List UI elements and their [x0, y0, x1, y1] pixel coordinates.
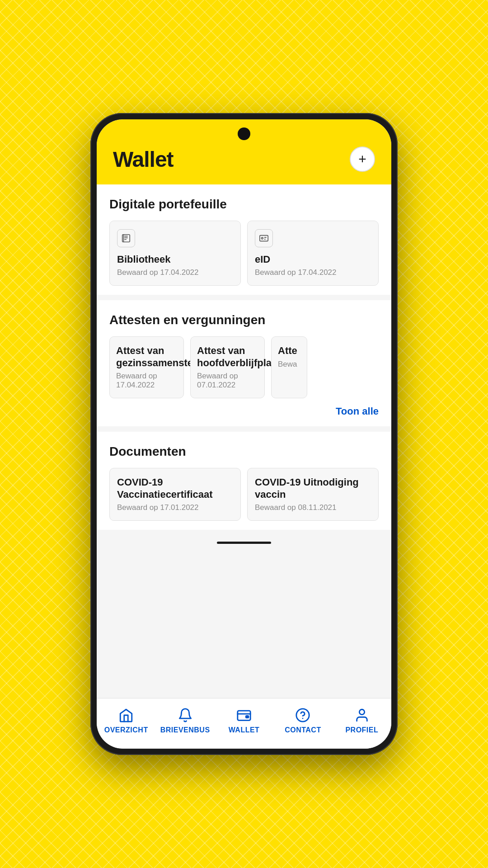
- camera-notch: [238, 127, 250, 140]
- wallet-icon: [235, 707, 253, 724]
- nav-item-wallet[interactable]: WALLET: [215, 703, 273, 738]
- card-subtitle-bibliotheek: Bewaard op 17.04.2022: [117, 268, 233, 277]
- nav-item-overzicht[interactable]: OVERZICHT: [97, 703, 155, 738]
- person-icon: [353, 707, 371, 724]
- toon-alle-row: Toon alle: [109, 406, 379, 417]
- card-title-verblijf: Attest van hoofdverblijfplaats: [197, 345, 258, 369]
- card-row-digitale: Bibliotheek Bewaard op 17.04.2022 eID: [109, 221, 379, 286]
- section-documenten: Documenten COVID-19 Vaccinatiecertificaa…: [97, 432, 391, 530]
- section-title-attesten: Attesten en vergunningen: [109, 313, 379, 327]
- nav-item-brievenbus[interactable]: BRIEVENBUS: [155, 703, 214, 738]
- card-subtitle-covid-vaccin: Bewaard op 17.01.2022: [117, 503, 233, 512]
- nav-label-brievenbus: BRIEVENBUS: [160, 726, 210, 734]
- book-icon: [117, 229, 135, 247]
- section-title-documenten: Documenten: [109, 444, 379, 459]
- section-digitale-portefeuille: Digitale portefeuille Bibliotheek Bewaar…: [97, 184, 391, 295]
- card-subtitle-partial: Bewa: [278, 360, 300, 369]
- section-attesten: Attesten en vergunningen Attest van gezi…: [97, 300, 391, 426]
- phone-screen: Wallet + Digitale portefeuille: [97, 119, 391, 749]
- scroll-area[interactable]: Digitale portefeuille Bibliotheek Bewaar…: [97, 184, 391, 698]
- svg-rect-4: [246, 716, 249, 717]
- card-bibliotheek[interactable]: Bibliotheek Bewaard op 17.04.2022: [109, 221, 241, 286]
- nav-label-profiel: PROFIEL: [345, 726, 378, 734]
- card-subtitle-covid-uitnodiging: Bewaard op 08.11.2021: [255, 503, 371, 512]
- nav-item-contact[interactable]: CONTACT: [273, 703, 332, 738]
- nav-label-overzicht: OVERZICHT: [104, 726, 148, 734]
- card-title-eid: eID: [255, 254, 371, 265]
- bottom-nav: OVERZICHT BRIEVENBUS: [97, 698, 391, 749]
- card-row-attesten: Attest van gezinssamenstelling Bewaard o…: [109, 336, 379, 398]
- scroll-indicator: [97, 535, 391, 547]
- card-title-covid-uitnodiging: COVID-19 Uitnodiging vaccin: [255, 476, 371, 500]
- card-covid-uitnodiging[interactable]: COVID-19 Uitnodiging vaccin Bewaard op 0…: [247, 468, 379, 521]
- nav-item-profiel[interactable]: PROFIEL: [333, 703, 391, 738]
- card-title-gezin: Attest van gezinssamenstelling: [116, 345, 177, 369]
- phone-shell: Wallet + Digitale portefeuille: [90, 113, 398, 755]
- help-circle-icon: [294, 707, 311, 724]
- id-card-icon: [255, 229, 273, 247]
- section-title-digitale: Digitale portefeuille: [109, 197, 379, 212]
- card-attest-partial[interactable]: Atte Bewa: [271, 336, 307, 398]
- nav-label-contact: CONTACT: [285, 726, 321, 734]
- card-subtitle-verblijf: Bewaard op 07.01.2022: [197, 372, 258, 390]
- bell-icon: [177, 707, 194, 724]
- home-icon: [117, 707, 135, 724]
- svg-point-7: [359, 709, 364, 714]
- card-attest-gezin[interactable]: Attest van gezinssamenstelling Bewaard o…: [109, 336, 184, 398]
- card-row-documenten: COVID-19 Vaccinatiecertificaat Bewaard o…: [109, 468, 379, 521]
- card-attest-verblijf[interactable]: Attest van hoofdverblijfplaats Bewaard o…: [190, 336, 265, 398]
- svg-rect-1: [260, 236, 268, 241]
- scroll-bar: [217, 542, 271, 544]
- card-subtitle-gezin: Bewaard op 17.04.2022: [116, 372, 177, 390]
- svg-point-2: [262, 237, 263, 239]
- card-covid-vaccin[interactable]: COVID-19 Vaccinatiecertificaat Bewaard o…: [109, 468, 241, 521]
- card-subtitle-eid: Bewaard op 17.04.2022: [255, 268, 371, 277]
- toon-alle-link[interactable]: Toon alle: [336, 406, 379, 417]
- card-eid[interactable]: eID Bewaard op 17.04.2022: [247, 221, 379, 286]
- add-button[interactable]: +: [350, 146, 375, 172]
- card-title-covid-vaccin: COVID-19 Vaccinatiecertificaat: [117, 476, 233, 500]
- nav-label-wallet: WALLET: [229, 726, 260, 734]
- card-title-bibliotheek: Bibliotheek: [117, 254, 233, 265]
- page-title: Wallet: [113, 147, 174, 172]
- card-title-partial: Atte: [278, 345, 300, 357]
